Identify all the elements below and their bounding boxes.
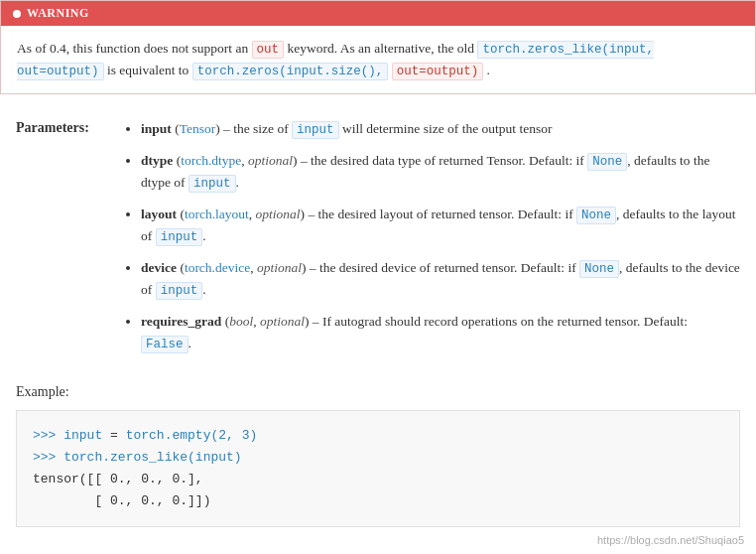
params-list: input (Tensor) – the size of input will … (121, 118, 740, 364)
none-ref-device: None (579, 260, 619, 278)
example-section: Example: >>> input = torch.empty(2, 3) >… (0, 380, 756, 543)
code-line-2: >>> torch.zeros_like(input) (33, 447, 723, 469)
warning-text-4: . (487, 63, 490, 77)
warning-title: WARNING (27, 6, 89, 21)
warning-dot (13, 10, 21, 18)
param-type-layout[interactable]: torch.layout (185, 207, 249, 221)
warning-body: As of 0.4, this function does not suppor… (1, 26, 755, 93)
code-tensor-2: [ 0., 0., 0.]]) (33, 493, 210, 508)
param-name-device: device (141, 260, 177, 275)
warning-text-3: is equivalent to (107, 63, 189, 77)
list-item: requires_grad (bool, optional) – If auto… (141, 311, 740, 354)
param-type-bool: bool (229, 314, 253, 329)
code-line-4: [ 0., 0., 0.]]) (33, 490, 723, 512)
param-optional-device: optional (257, 260, 302, 275)
param-optional-dtype: optional (248, 153, 293, 168)
input-ref-device: input (156, 282, 203, 300)
param-name-requires-grad: requires_grad (141, 314, 221, 329)
page-container: WARNING As of 0.4, this function does no… (0, 0, 756, 543)
warning-box: WARNING As of 0.4, this function does no… (0, 0, 756, 94)
code-tensor-1: tensor([[ 0., 0., 0.], (33, 472, 203, 486)
warning-out-code: out (252, 41, 285, 59)
param-type-device[interactable]: torch.device (185, 260, 250, 275)
warning-text-1: As of 0.4, this function does not suppor… (17, 41, 248, 56)
none-ref-layout: None (576, 207, 616, 224)
param-name-layout: layout (141, 207, 177, 221)
list-item: dtype (torch.dtype, optional) – the desi… (141, 150, 740, 194)
false-ref: False (141, 336, 189, 353)
input-ref-layout: input (156, 228, 203, 246)
prompt-2: >>> (33, 450, 56, 465)
example-label: Example: (16, 384, 740, 400)
code-eq: = (102, 428, 125, 443)
input-ref-1: input (292, 121, 339, 139)
code-input-var: input (63, 428, 102, 443)
warning-header: WARNING (1, 1, 755, 26)
code-zeros-like: torch.zeros_like(input) (63, 450, 241, 465)
warning-zeros-code: torch.zeros(input.size(), (192, 63, 389, 80)
params-section: Parameters: input (Tensor) – the size of… (0, 110, 756, 380)
input-ref-dtype: input (189, 175, 236, 193)
list-item: input (Tensor) – the size of input will … (141, 118, 740, 140)
params-label: Parameters: (16, 118, 105, 364)
warning-out-output-code: out=output) (392, 63, 484, 80)
param-type-dtype[interactable]: torch.dtype (181, 153, 241, 168)
warning-text-2: keyword. As an alternative, the old (288, 41, 475, 56)
code-line-3: tensor([[ 0., 0., 0.], (33, 469, 723, 490)
param-name-input: input (141, 121, 172, 136)
prompt-1: >>> (33, 428, 56, 443)
param-optional-requires-grad: optional (260, 314, 305, 329)
code-torch-empty: torch.empty(2, 3) (126, 428, 258, 443)
watermark: https://blog.csdn.net/Shuqiao5 (597, 534, 744, 546)
param-name-dtype: dtype (141, 153, 173, 168)
param-type-input[interactable]: Tensor (180, 121, 216, 136)
code-block: >>> input = torch.empty(2, 3) >>> torch.… (16, 410, 740, 527)
none-ref-dtype: None (587, 153, 627, 171)
list-item: device (torch.device, optional) – the de… (141, 257, 740, 301)
list-item: layout (torch.layout, optional) – the de… (141, 204, 740, 247)
param-optional-layout: optional (256, 207, 301, 221)
code-line-1: >>> input = torch.empty(2, 3) (33, 425, 723, 447)
